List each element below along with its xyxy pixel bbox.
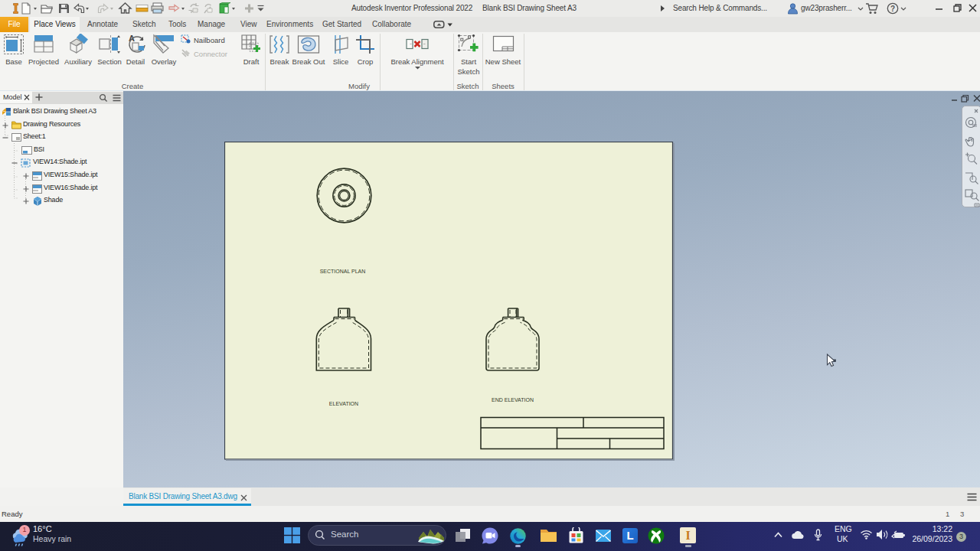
svg-text:ELEVATION: ELEVATION xyxy=(329,401,358,406)
svg-text:END ELEVATION: END ELEVATION xyxy=(492,397,534,403)
svg-text:?: ? xyxy=(890,5,895,13)
svg-text:SECTIONAL PLAN: SECTIONAL PLAN xyxy=(320,269,366,274)
